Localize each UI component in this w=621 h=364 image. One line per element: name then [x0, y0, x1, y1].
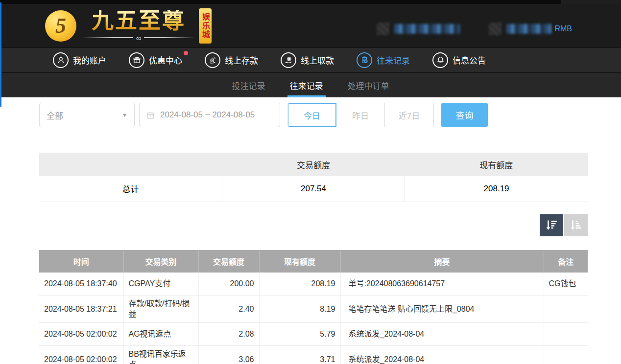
sort-asc-icon: [570, 219, 582, 231]
logo-95-icon: 5: [45, 10, 76, 42]
summary-total-row: 总计 207.54 208.19: [39, 176, 588, 202]
cell-time: 2024-08-05 02:00:02: [39, 346, 123, 364]
cell-amount: 200.00: [198, 273, 259, 296]
site-header: 5 九五至尊 ∞ 娱乐城 RMB: [0, 4, 621, 47]
record-subtabs: 投注记录 往来记录 处理中订单: [0, 72, 621, 97]
user-area: RMB: [377, 23, 572, 35]
tab-label: 处理中订单: [348, 79, 389, 91]
cell-amount: 2.08: [198, 323, 259, 346]
flourish-line-left: [82, 37, 133, 38]
cell-time: 2024-08-05 02:00:02: [39, 323, 123, 346]
summary-header-empty: [39, 153, 222, 176]
notification-dot: [184, 51, 188, 55]
flourish-ornament: ∞: [133, 34, 144, 42]
quick-btn-label: 昨日: [352, 109, 369, 121]
left-edge-highlight: [0, 2, 1, 107]
balance-group[interactable]: RMB: [489, 23, 572, 35]
cell-summary: 系统派发_2024-08-04: [340, 323, 544, 346]
tab-bet-records[interactable]: 投注记录: [230, 73, 267, 97]
currency-label: RMB: [554, 24, 572, 33]
user-icon: [53, 52, 69, 68]
quick-btn-last7days[interactable]: 近7日: [385, 103, 433, 127]
nav-label: 线上取款: [301, 54, 334, 66]
cell-remark: [544, 323, 588, 346]
summary-balance-total: 208.19: [405, 176, 588, 202]
summary-total-label: 总计: [39, 176, 222, 202]
cell-type: 存款/取款/打码/损益: [123, 296, 198, 323]
cell-balance: 208.19: [259, 273, 340, 296]
cell-remark: [544, 296, 588, 323]
nav-label: 优惠中心: [149, 54, 182, 66]
sort-ascending-button[interactable]: [564, 214, 588, 236]
quick-btn-label: 近7日: [399, 109, 420, 121]
main-nav: 我的账户 优惠中心 线上存款 线上取款 往来记录 信息公告: [0, 47, 621, 72]
tab-label: 往来记录: [290, 79, 323, 91]
table-row: 2024-08-05 02:00:02 BB视讯百家乐返点 3.06 3.71 …: [39, 346, 588, 364]
flourish-line-right: [144, 37, 195, 38]
col-amount: 交易额度: [198, 250, 259, 273]
site-logo[interactable]: 5 九五至尊 ∞ 娱乐城: [45, 8, 212, 44]
table-header-row: 时间 交易类别 交易额度 现有额度 摘要 备注: [39, 250, 588, 273]
cell-amount: 3.06: [198, 346, 259, 364]
table-row: 2024-08-05 18:37:21 存款/取款/打码/损益 2.40 8.1…: [39, 296, 588, 323]
summary-table: 交易额度 现有额度 总计 207.54 208.19: [39, 153, 588, 202]
summary-transaction-total: 207.54: [222, 176, 405, 202]
table-row: 2024-08-05 02:00:02 AG视讯返点 2.08 5.79 系统派…: [39, 323, 588, 346]
records-icon: [357, 52, 372, 68]
sort-descending-button[interactable]: [540, 214, 563, 236]
username-group[interactable]: [377, 23, 460, 35]
col-type: 交易类别: [123, 250, 198, 273]
deposit-icon: [205, 52, 220, 68]
summary-header-balance: 现有额度: [405, 153, 588, 176]
logo-number: 5: [55, 13, 66, 38]
nav-label: 往来记录: [377, 54, 410, 66]
cell-type: BB视讯百家乐返点: [123, 346, 198, 364]
nav-item-promotions[interactable]: 优惠中心: [129, 52, 182, 68]
logo-title: 九五至尊: [92, 10, 186, 32]
table-row: 2024-08-05 18:37:40 CGPAY支付 200.00 208.1…: [39, 273, 588, 296]
cell-time: 2024-08-05 18:37:40: [39, 273, 123, 296]
cell-amount: 2.40: [198, 296, 259, 323]
nav-item-announcements[interactable]: 信息公告: [432, 52, 486, 68]
nav-item-records[interactable]: 往来记录: [357, 52, 410, 68]
quick-btn-label: 今日: [304, 109, 320, 121]
query-button[interactable]: 查询: [441, 103, 488, 127]
tab-label: 投注记录: [232, 79, 265, 91]
quick-date-group: 今日 昨日 近7日: [287, 103, 434, 127]
date-range-input[interactable]: 2024-08-05 ~ 2024-08-05: [139, 103, 280, 127]
cell-type: CGPAY支付: [123, 273, 198, 296]
withdraw-icon: [281, 52, 296, 68]
nav-item-deposit[interactable]: 线上存款: [205, 52, 258, 68]
quick-btn-today[interactable]: 今日: [288, 103, 336, 127]
chevron-down-icon: ▼: [122, 112, 127, 118]
sort-controls: [39, 214, 588, 236]
summary-header-transaction: 交易额度: [222, 153, 405, 176]
cell-balance: 8.19: [259, 296, 340, 323]
nav-label: 信息公告: [453, 54, 486, 66]
tab-transaction-records[interactable]: 往来记录: [288, 73, 325, 97]
quick-btn-yesterday[interactable]: 昨日: [336, 103, 385, 127]
type-select[interactable]: 全部 ▼: [39, 103, 135, 127]
top-strip: [0, 0, 621, 4]
nav-label: 线上存款: [225, 54, 258, 66]
bell-icon: [432, 52, 448, 68]
sort-desc-icon: [545, 219, 558, 231]
tab-processing-orders[interactable]: 处理中订单: [346, 73, 391, 97]
nav-item-withdraw[interactable]: 线上取款: [281, 52, 334, 68]
cell-summary: 单号:202408063690614757: [340, 273, 544, 296]
gift-icon: [129, 52, 144, 68]
blurred-browser-bar: [0, 0, 561, 4]
logo-flourish: ∞: [82, 34, 195, 41]
col-balance: 现有额度: [259, 250, 340, 273]
username-redacted: [394, 24, 460, 34]
col-remark: 备注: [544, 250, 588, 273]
nav-item-my-account[interactable]: 我的账户: [53, 52, 106, 68]
date-range-value: 2024-08-05 ~ 2024-08-05: [160, 110, 255, 120]
cell-summary: 系统派发_2024-08-04: [340, 346, 544, 364]
type-select-value: 全部: [47, 109, 63, 121]
filter-bar: 全部 ▼ 2024-08-05 ~ 2024-08-05 今日 昨日 近7日 查…: [39, 103, 588, 127]
cell-summary: 笔笔存笔笔送 贴心回馈无上限_0804: [340, 296, 544, 323]
user-avatar: [377, 23, 389, 35]
logo-badge-text: 娱乐城: [199, 13, 211, 39]
nav-label: 我的账户: [73, 54, 106, 66]
